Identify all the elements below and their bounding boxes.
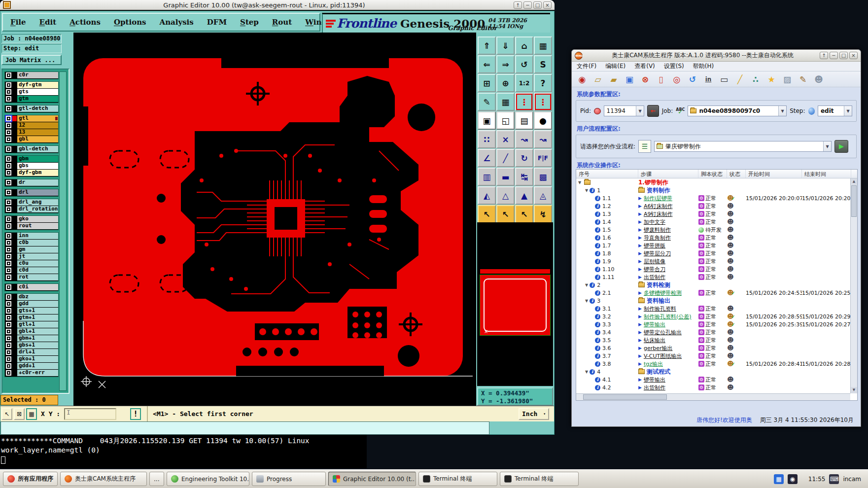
menu-rout[interactable]: Rout: [272, 18, 292, 27]
minimize-button[interactable]: −: [523, 1, 532, 9]
cam-titlebar[interactable]: WIND 奥士康CAM系统主程序 版本:A.1.0 进程码:9580 --奥士康…: [572, 50, 861, 62]
shade-button[interactable]: ↑: [514, 1, 522, 9]
step-link[interactable]: 锣带拼版: [644, 242, 665, 249]
move-dot-button[interactable]: ↝: [534, 130, 552, 148]
layer-row-gko+1[interactable]: gko+1: [5, 356, 58, 363]
job-dropdown[interactable]: n04ee08980097c0▼: [688, 105, 787, 116]
layer-checkbox[interactable]: [6, 72, 11, 78]
layer-checkbox[interactable]: [6, 233, 11, 239]
layer-checkbox[interactable]: [6, 116, 11, 121]
units-in-icon[interactable]: in: [703, 74, 714, 85]
clean-icon[interactable]: ╱: [734, 74, 745, 85]
layer-row-gbl[interactable]: gbl: [5, 136, 58, 143]
tree-row-1.2[interactable]: i1.2▶A6钉床制作⚙正常☻: [576, 202, 850, 210]
layer-checkbox[interactable]: [6, 180, 11, 185]
info-icon[interactable]: i: [590, 369, 595, 375]
layer-checkbox[interactable]: [6, 308, 11, 314]
coordinate-input[interactable]: I: [64, 408, 116, 420]
flow-dropdown[interactable]: 肇庆锣带制作▼: [654, 141, 832, 152]
layer-checkbox[interactable]: [6, 123, 11, 128]
layer-checkbox[interactable]: [6, 170, 11, 175]
layer-checkbox[interactable]: [6, 268, 11, 273]
zoom-center-button[interactable]: ⊕: [496, 74, 515, 92]
layer-row-c0r[interactable]: c0r: [5, 72, 58, 79]
info-icon[interactable]: i: [595, 290, 600, 296]
layer-checkbox[interactable]: [6, 163, 11, 169]
table-horizontal-scrollbar[interactable]: [576, 393, 850, 400]
zoom-area-button[interactable]: ◱: [496, 111, 515, 130]
layer-checkbox[interactable]: [6, 106, 11, 111]
step-link[interactable]: 锣带层分刀: [644, 250, 671, 257]
power-icon[interactable]: ◎: [671, 74, 682, 85]
draw-tools-button[interactable]: ✎: [478, 93, 496, 111]
layer-row-13[interactable]: 13: [5, 129, 58, 136]
layer-checkbox[interactable]: [6, 315, 11, 320]
layer-row-gbl+1[interactable]: gbl+1: [5, 328, 58, 335]
info-icon[interactable]: i: [595, 385, 600, 390]
layer-row-gbm+1[interactable]: gbm+1: [5, 335, 58, 342]
maximize-button[interactable]: □: [533, 1, 542, 9]
tray-indicator-icon[interactable]: ◉: [788, 474, 798, 484]
layer-row-gko[interactable]: gko: [5, 216, 58, 223]
frame-icon[interactable]: ▭: [719, 74, 729, 85]
tree-row-3.2[interactable]: i3.2▶制作验孔资料(公差)⚙正常☻✓15/01/2026 20:28:591…: [576, 313, 850, 320]
layer-checkbox[interactable]: [6, 130, 11, 135]
layer-row-inn[interactable]: inn: [5, 233, 58, 240]
step-link[interactable]: V-CUT图纸输出: [644, 352, 682, 360]
layer-display-a-button[interactable]: ⋮: [515, 93, 533, 111]
layer-checkbox[interactable]: [6, 370, 11, 376]
step-link[interactable]: 制作验孔资料: [644, 305, 676, 313]
info-icon[interactable]: i: [595, 251, 600, 256]
layer-checkbox[interactable]: [6, 336, 11, 341]
step-link[interactable]: 层别镜像: [644, 258, 665, 265]
info-icon[interactable]: i: [595, 204, 600, 209]
task-button-5[interactable]: Terminal 终端: [418, 472, 497, 486]
delete-button[interactable]: ×: [496, 130, 515, 148]
info-icon[interactable]: i: [590, 188, 595, 193]
image-icon[interactable]: ▨: [782, 74, 793, 85]
layer-row-gbs+1[interactable]: gbs+1: [5, 342, 58, 349]
layer-row-gtl+1[interactable]: gtl+1: [5, 321, 58, 328]
layer-row-gbm[interactable]: gbm: [5, 156, 58, 163]
layer-checkbox[interactable]: [6, 240, 11, 245]
menu-edit[interactable]: Edit: [39, 18, 57, 27]
snap-mode-button[interactable]: ⊠: [14, 408, 25, 420]
info-icon[interactable]: i: [595, 361, 600, 367]
layer-row-drl+1[interactable]: drl+1: [5, 349, 58, 356]
tree-row-1.9[interactable]: i1.9▶层别镜像⚙正常☻: [576, 257, 850, 265]
zoom-1-2-button[interactable]: 1:2: [515, 74, 533, 92]
cam-minimize-button[interactable]: −: [830, 52, 838, 59]
net-button[interactable]: ∷: [478, 130, 496, 148]
tree-row-3.8[interactable]: i3.8▶tgz输出⚙正常☻✓15/01/2026 20:28:4115/01/…: [576, 360, 850, 368]
step-link[interactable]: gerber输出: [644, 345, 673, 352]
step-link[interactable]: A6钉床制作: [644, 203, 673, 210]
layer-checkbox[interactable]: [6, 146, 11, 152]
workflow-icon[interactable]: ∴: [750, 74, 761, 85]
load-folder-icon[interactable]: ▰: [608, 74, 619, 85]
info-icon[interactable]: i: [595, 275, 600, 280]
layer-row-drl_ang[interactable]: drl_ang: [5, 199, 58, 206]
reload-pid-button[interactable]: ←: [647, 105, 659, 117]
terminal-window[interactable]: ************COMMAND 043月2026.115520.139 …: [0, 435, 367, 468]
view-up-button[interactable]: ⇑: [478, 36, 496, 55]
layer-checkbox[interactable]: [6, 356, 11, 362]
execute-flow-button[interactable]: ▶: [834, 140, 848, 153]
step-link[interactable]: 加中文字: [644, 218, 665, 226]
expander-icon[interactable]: ▼: [585, 283, 588, 287]
layer-row-rout[interactable]: rout: [5, 223, 58, 230]
layer-row-dr[interactable]: dr: [5, 179, 58, 186]
tree-row-1.3[interactable]: i1.3▶A9钉床制作⚙正常☻: [576, 210, 850, 218]
layer-row-gtm[interactable]: gtm: [5, 96, 58, 103]
cam-shade-button[interactable]: ↑: [820, 52, 828, 59]
step-link[interactable]: 多锣槽锣带检测: [644, 289, 682, 297]
info-icon[interactable]: i: [595, 243, 600, 248]
layer-row-drl_rotation[interactable]: drl_rotation: [5, 206, 58, 213]
tree-row-3.7[interactable]: i3.7▶V-CUT图纸输出⚙正常☻: [576, 352, 850, 360]
tree-row-1.8[interactable]: i1.8▶锣带层分刀⚙正常☻: [576, 249, 850, 257]
job-matrix-button[interactable]: Job Matrix ...: [1, 55, 62, 65]
info-icon[interactable]: i: [595, 227, 600, 233]
pointer-mode-button[interactable]: ↖: [1, 408, 12, 420]
layer-checkbox[interactable]: [6, 137, 11, 142]
layer-row-gtm+1[interactable]: gtm+1: [5, 314, 58, 321]
triangle-open-button[interactable]: △: [496, 186, 515, 205]
